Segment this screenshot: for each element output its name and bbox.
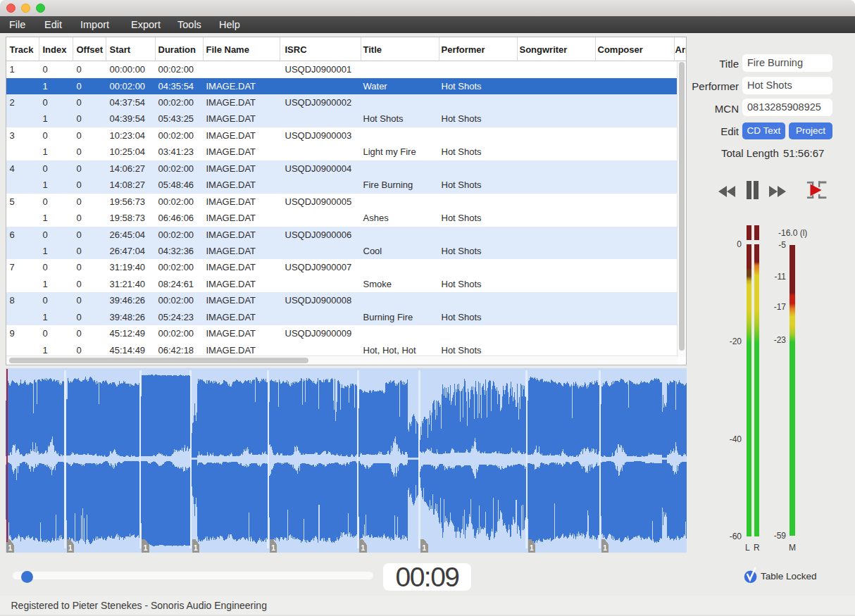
svg-text:1: 1 (271, 544, 275, 552)
svg-text:1: 1 (361, 544, 365, 552)
svg-text:1: 1 (8, 544, 12, 552)
svg-text:1: 1 (143, 544, 147, 552)
svg-text:1: 1 (193, 544, 197, 552)
svg-text:1: 1 (68, 544, 73, 552)
svg-text:1: 1 (529, 544, 533, 552)
svg-text:1: 1 (422, 544, 426, 552)
svg-text:1: 1 (603, 544, 607, 552)
